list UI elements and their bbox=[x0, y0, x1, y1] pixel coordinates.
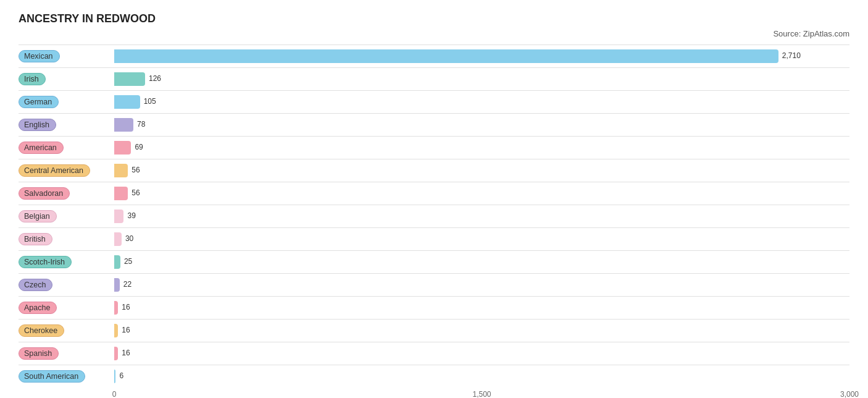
bar-value-label: 39 bbox=[127, 211, 135, 220]
bar-container: 16 bbox=[114, 301, 849, 315]
label-cell: Irish bbox=[19, 73, 114, 85]
bar-value-label: 126 bbox=[149, 74, 161, 83]
x-axis-tick: 0 bbox=[112, 390, 117, 398]
bar-value-label: 56 bbox=[131, 188, 140, 197]
bar-value-label: 16 bbox=[122, 326, 130, 334]
bar-value-label: 6 bbox=[119, 371, 123, 380]
label-pill: English bbox=[19, 119, 56, 131]
bar bbox=[114, 187, 128, 200]
label-cell: British bbox=[19, 233, 114, 245]
bar-container: 56 bbox=[114, 164, 849, 177]
bar bbox=[114, 95, 140, 109]
bar bbox=[114, 210, 123, 223]
bar-row: Belgian39 bbox=[19, 205, 849, 227]
bar bbox=[114, 324, 118, 337]
bar-row: Irish126 bbox=[19, 67, 849, 90]
label-pill: Central American bbox=[19, 164, 90, 177]
x-axis-tick: 3,000 bbox=[840, 390, 859, 398]
label-pill: South American bbox=[19, 370, 85, 383]
bar-container: 69 bbox=[114, 141, 849, 155]
label-cell: Czech bbox=[19, 279, 114, 291]
label-pill: Apache bbox=[19, 302, 57, 314]
label-pill: German bbox=[19, 96, 59, 108]
bar-value-label: 22 bbox=[123, 280, 131, 289]
bar bbox=[114, 49, 778, 63]
bar bbox=[114, 232, 122, 246]
label-pill: American bbox=[19, 142, 64, 154]
bar-container: 25 bbox=[114, 255, 849, 269]
bar-container: 39 bbox=[114, 210, 849, 223]
bar-value-label: 25 bbox=[124, 257, 132, 266]
bar bbox=[114, 72, 145, 86]
bar bbox=[114, 301, 118, 315]
bar bbox=[114, 278, 120, 292]
label-cell: German bbox=[19, 96, 114, 108]
bar-container: 126 bbox=[114, 72, 849, 86]
bar-container: 30 bbox=[114, 232, 849, 246]
label-cell: English bbox=[19, 119, 114, 131]
chart-title: ANCESTRY IN REDWOOD bbox=[19, 12, 849, 25]
bar bbox=[114, 255, 120, 269]
bar-value-label: 2,710 bbox=[782, 51, 801, 60]
bar-value-label: 69 bbox=[135, 143, 143, 151]
label-cell: Belgian bbox=[19, 210, 114, 222]
bar-row: British30 bbox=[19, 227, 849, 250]
bar-container: 2,710 bbox=[114, 49, 849, 63]
bar-container: 56 bbox=[114, 187, 849, 200]
label-cell: Central American bbox=[19, 164, 114, 177]
bar-container: 105 bbox=[114, 95, 849, 109]
x-axis-tick: 1,500 bbox=[472, 390, 491, 398]
bar-container: 6 bbox=[114, 370, 849, 383]
label-cell: Mexican bbox=[19, 50, 114, 62]
label-cell: Cherokee bbox=[19, 324, 114, 337]
bar-value-label: 78 bbox=[137, 120, 145, 129]
chart-area: Mexican2,710Irish126German105English78Am… bbox=[19, 44, 849, 398]
label-pill: Belgian bbox=[19, 210, 57, 222]
label-pill: British bbox=[19, 233, 52, 245]
bar-value-label: 16 bbox=[122, 303, 130, 311]
bar-value-label: 16 bbox=[122, 349, 130, 357]
label-cell: Spanish bbox=[19, 347, 114, 360]
label-cell: American bbox=[19, 142, 114, 154]
x-axis: 01,5003,000 bbox=[114, 390, 849, 398]
bar-row: Central American56 bbox=[19, 159, 849, 182]
label-cell: South American bbox=[19, 370, 114, 383]
label-cell: Apache bbox=[19, 302, 114, 314]
bar-row: Spanish16 bbox=[19, 342, 849, 365]
bar-row: Mexican2,710 bbox=[19, 44, 849, 67]
source-label: Source: ZipAtlas.com bbox=[19, 29, 849, 38]
label-cell: Scotch-Irish bbox=[19, 256, 114, 268]
bar-row: Scotch-Irish25 bbox=[19, 250, 849, 273]
bar-row: Cherokee16 bbox=[19, 319, 849, 342]
label-pill: Czech bbox=[19, 279, 52, 291]
label-pill: Salvadoran bbox=[19, 187, 70, 200]
label-pill: Irish bbox=[19, 73, 46, 85]
bar-container: 22 bbox=[114, 278, 849, 292]
label-cell: Salvadoran bbox=[19, 187, 114, 200]
bar-row: Czech22 bbox=[19, 273, 849, 296]
bar-container: 16 bbox=[114, 324, 849, 337]
bar-row: English78 bbox=[19, 113, 849, 136]
bar-row: American69 bbox=[19, 136, 849, 159]
label-pill: Spanish bbox=[19, 347, 59, 360]
bar-value-label: 56 bbox=[131, 166, 140, 174]
label-pill: Mexican bbox=[19, 50, 60, 62]
bar-container: 16 bbox=[114, 347, 849, 360]
bar-value-label: 105 bbox=[144, 97, 156, 106]
bar-row: Apache16 bbox=[19, 296, 849, 319]
bar bbox=[114, 118, 133, 132]
bar-value-label: 30 bbox=[125, 234, 133, 243]
bar-container: 78 bbox=[114, 118, 849, 132]
bar bbox=[114, 141, 131, 155]
bar-row: South American6 bbox=[19, 365, 849, 387]
bar-row: Salvadoran56 bbox=[19, 182, 849, 205]
bar bbox=[114, 164, 128, 177]
bar-row: German105 bbox=[19, 90, 849, 113]
label-pill: Cherokee bbox=[19, 324, 64, 337]
bar bbox=[114, 370, 115, 383]
bar bbox=[114, 347, 118, 360]
label-pill: Scotch-Irish bbox=[19, 256, 72, 268]
